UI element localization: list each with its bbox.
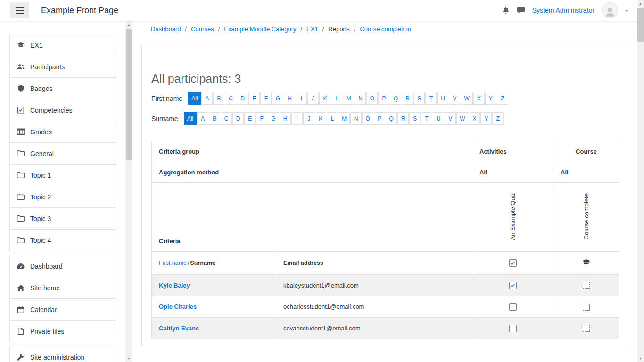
course-not-complete-icon [583, 325, 590, 332]
filter-first_name-i[interactable]: I [296, 92, 307, 105]
filter-surname-v[interactable]: V [445, 112, 456, 125]
filter-first_name-n[interactable]: N [355, 92, 366, 105]
sidebar-item-calendar[interactable]: Calendar [9, 298, 116, 321]
filter-surname-h[interactable]: H [280, 112, 291, 125]
filter-first_name-c[interactable]: C [225, 92, 236, 105]
sidebar-item-label: Topic 2 [30, 193, 51, 201]
filter-surname-j[interactable]: J [303, 112, 314, 125]
caret-down-icon[interactable]: ▾ [626, 8, 628, 13]
filter-first_name-l[interactable]: L [331, 92, 342, 105]
breadcrumb-item-dashboard[interactable]: Dashboard [151, 25, 181, 33]
scroll-up-icon[interactable]: ▲ [125, 21, 132, 28]
avatar[interactable] [602, 2, 618, 18]
sidebar-scrollbar[interactable]: ▲ ▼ [125, 21, 132, 362]
filter-first_name-all[interactable]: All [188, 92, 201, 105]
filter-first_name-k[interactable]: K [319, 92, 330, 105]
filter-first_name-m[interactable]: M [343, 92, 354, 105]
student-name-link[interactable]: Caitlyn Evans [159, 325, 199, 332]
sidebar-item-competencies[interactable]: Competencies [9, 99, 116, 121]
filter-first_name-o[interactable]: O [366, 92, 378, 105]
filter-first_name-j[interactable]: J [307, 92, 319, 105]
filter-first_name-z[interactable]: Z [497, 92, 508, 105]
sort-first-name-link[interactable]: First name [159, 260, 187, 266]
filter-surname-m[interactable]: M [339, 112, 350, 125]
scroll-up-icon[interactable]: ▲ [637, 0, 644, 7]
sort-surname-link[interactable]: Surname [190, 260, 216, 266]
sidebar-group: DashboardSite homeCalendarPrivate files [9, 255, 116, 342]
filter-first_name-f[interactable]: F [260, 92, 272, 105]
filter-first_name-h[interactable]: H [284, 92, 295, 105]
sidebar-item-private-files[interactable]: Private files [9, 320, 116, 342]
filter-surname-o[interactable]: O [362, 112, 373, 125]
scroll-down-icon[interactable]: ▼ [125, 355, 132, 362]
filter-surname-y[interactable]: Y [480, 112, 492, 125]
sidebar-item-badges[interactable]: Badges [9, 77, 116, 99]
filter-first_name-s[interactable]: S [413, 92, 425, 105]
filter-surname-b[interactable]: B [209, 112, 220, 125]
filter-surname-u[interactable]: U [433, 112, 444, 125]
filter-first_name-q[interactable]: Q [390, 92, 401, 105]
filter-first_name-u[interactable]: U [437, 92, 448, 105]
folder-icon [17, 193, 25, 200]
filter-first_name-e[interactable]: E [248, 92, 260, 105]
filter-first_name-d[interactable]: D [237, 92, 248, 105]
sidebar-item-general[interactable]: General [9, 142, 116, 165]
sidebar-item-ex1[interactable]: EX1 [9, 34, 116, 56]
scrollbar-thumb[interactable] [126, 29, 132, 160]
filter-surname-e[interactable]: E [244, 112, 256, 125]
filter-first_name-a[interactable]: A [201, 92, 213, 105]
student-name-link[interactable]: Opie Charles [159, 303, 197, 310]
sidebar-item-topic-4[interactable]: Topic 4 [9, 229, 116, 251]
filter-surname-a[interactable]: A [197, 112, 208, 125]
criterion-activity-label: An Example Quiz [509, 193, 516, 240]
filter-surname-f[interactable]: F [256, 112, 267, 125]
chat-icon[interactable] [517, 7, 525, 14]
filter-surname-q[interactable]: Q [386, 112, 397, 125]
filter-surname-s[interactable]: S [409, 112, 421, 125]
filter-surname-g[interactable]: G [268, 112, 279, 125]
filter-surname-l[interactable]: L [327, 112, 338, 125]
user-menu-name[interactable]: System Administrator [532, 7, 594, 14]
filter-first_name-x[interactable]: X [473, 92, 485, 105]
sidebar-item-site-administration[interactable]: Site administration [9, 346, 116, 362]
sidebar-item-label: Private files [30, 328, 64, 335]
filter-surname-i[interactable]: I [291, 112, 303, 125]
filter-first_name-b[interactable]: B [213, 92, 224, 105]
filter-first_name-v[interactable]: V [449, 92, 460, 105]
filter-surname-r[interactable]: R [397, 112, 409, 125]
filter-surname-z[interactable]: Z [492, 112, 504, 125]
breadcrumb-item-ex1[interactable]: EX1 [306, 25, 318, 33]
student-name-link[interactable]: Kyle Baley [159, 282, 190, 289]
sidebar-item-grades[interactable]: Grades [9, 121, 116, 143]
scrollbar-thumb[interactable] [637, 8, 644, 42]
breadcrumb-item-course-completion[interactable]: Course completion [360, 25, 411, 33]
sidebar-item-site-home[interactable]: Site home [9, 277, 116, 299]
student-email: kbaleystudent1@email.com [276, 275, 472, 296]
sidebar-item-dashboard[interactable]: Dashboard [9, 255, 116, 277]
sidebar-item-topic-3[interactable]: Topic 3 [9, 207, 116, 230]
filter-surname-x[interactable]: X [469, 112, 480, 125]
sidebar-item-topic-2[interactable]: Topic 2 [9, 186, 116, 208]
filter-surname-p[interactable]: P [374, 112, 385, 125]
filter-first_name-g[interactable]: G [272, 92, 283, 105]
filter-surname-d[interactable]: D [232, 112, 244, 125]
filter-first_name-w[interactable]: W [461, 92, 472, 105]
filter-first_name-p[interactable]: P [378, 92, 389, 105]
menu-button[interactable] [10, 2, 29, 18]
sidebar-item-topic-1[interactable]: Topic 1 [9, 164, 116, 186]
filter-surname-c[interactable]: C [221, 112, 232, 125]
breadcrumb-item-example-moodle-category[interactable]: Example Moodle Category [224, 25, 296, 33]
filter-first_name-y[interactable]: Y [485, 92, 496, 105]
filter-first_name-r[interactable]: R [402, 92, 413, 105]
filter-surname-all[interactable]: All [184, 112, 197, 125]
filter-first_name-t[interactable]: T [425, 92, 437, 105]
bell-icon[interactable] [502, 7, 510, 14]
filter-surname-t[interactable]: T [421, 112, 432, 125]
filter-surname-k[interactable]: K [315, 112, 326, 125]
sidebar-item-participants[interactable]: Participants [9, 56, 116, 78]
filter-surname-n[interactable]: N [350, 112, 362, 125]
filter-surname-w[interactable]: W [456, 112, 468, 125]
scroll-down-icon[interactable]: ▼ [637, 355, 644, 362]
page-scrollbar[interactable]: ▲ ▼ [637, 0, 644, 362]
breadcrumb-item-courses[interactable]: Courses [191, 25, 214, 33]
